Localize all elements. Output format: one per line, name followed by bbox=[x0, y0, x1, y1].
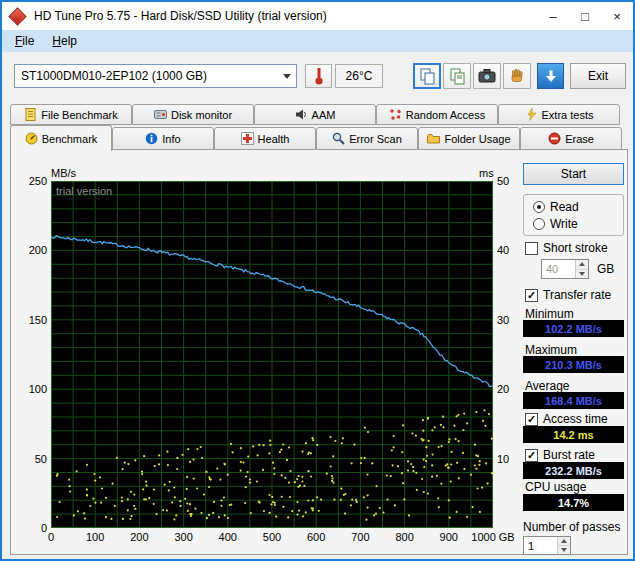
cpu-usage-value: 14.7% bbox=[523, 494, 624, 511]
tab-label: Erase bbox=[565, 133, 594, 145]
screenshot-button[interactable] bbox=[473, 63, 501, 89]
drive-select[interactable]: ST1000DM010-2EP102 (1000 GB) bbox=[14, 64, 297, 88]
random-access-icon bbox=[389, 108, 402, 121]
save-results-button[interactable] bbox=[537, 63, 564, 89]
tab-error-scan[interactable]: Error Scan bbox=[316, 127, 418, 150]
x-axis-tick: 100 bbox=[70, 531, 120, 543]
maximum-label: Maximum bbox=[525, 343, 577, 357]
y-axis-tick-right: 50 bbox=[497, 175, 527, 187]
title-bar: HD Tune Pro 5.75 - Hard Disk/SSD Utility… bbox=[2, 2, 633, 30]
tab-health[interactable]: Health bbox=[214, 127, 316, 150]
y-axis-tick-right: 40 bbox=[497, 244, 527, 256]
magnifier-icon bbox=[332, 132, 345, 145]
x-axis-tick: 0 bbox=[26, 531, 76, 543]
short-stroke-size-input[interactable]: 40 bbox=[541, 259, 589, 279]
access-time-checkbox[interactable]: ✓ Access time bbox=[525, 412, 608, 426]
number-of-passes-value: 1 bbox=[524, 537, 557, 554]
burst-rate-checkbox[interactable]: ✓ Burst rate bbox=[525, 448, 595, 462]
benchmark-icon bbox=[25, 132, 38, 145]
spinner-buttons bbox=[575, 260, 588, 278]
transfer-rate-checkbox[interactable]: ✓ Transfer rate bbox=[525, 288, 611, 302]
x-axis-tick: 200 bbox=[114, 531, 164, 543]
y-axis-tick-left: 150 bbox=[13, 314, 47, 326]
extra-tests-icon bbox=[525, 108, 538, 121]
drive-select-value: ST1000DM010-2EP102 (1000 GB) bbox=[15, 69, 278, 83]
x-axis-tick: 300 bbox=[159, 531, 209, 543]
exit-button[interactable]: Exit bbox=[570, 63, 626, 89]
x-axis-tick: 600 bbox=[291, 531, 341, 543]
y-axis-tick-left: 200 bbox=[13, 244, 47, 256]
radio-icon bbox=[533, 218, 545, 230]
capacity-unit-label: GB bbox=[597, 262, 614, 276]
access-time-value: 14.2 ms bbox=[523, 426, 624, 443]
tab-info[interactable]: Info bbox=[112, 127, 214, 150]
window-title: HD Tune Pro 5.75 - Hard Disk/SSD Utility… bbox=[34, 9, 327, 23]
short-stroke-label: Short stroke bbox=[543, 241, 608, 255]
minimum-label: Minimum bbox=[525, 307, 574, 321]
y-axis-tick-left: 50 bbox=[13, 453, 47, 465]
tab-label: Disk monitor bbox=[171, 109, 232, 121]
minimum-value: 102.2 MB/s bbox=[523, 320, 624, 337]
tab-random-access[interactable]: Random Access bbox=[376, 104, 498, 125]
spin-down-icon[interactable] bbox=[576, 270, 588, 279]
tab-label: Health bbox=[258, 133, 290, 145]
maximum-value: 210.3 MB/s bbox=[523, 356, 624, 373]
hand-icon bbox=[509, 68, 525, 84]
write-radio[interactable]: Write bbox=[533, 217, 578, 231]
chevron-down-icon bbox=[278, 74, 296, 79]
minimize-button[interactable]: – bbox=[537, 2, 569, 30]
spin-up-icon[interactable] bbox=[558, 537, 570, 546]
menu-file[interactable]: File bbox=[6, 31, 43, 51]
tab-erase[interactable]: Erase bbox=[520, 127, 622, 150]
checkbox-checked-icon: ✓ bbox=[525, 289, 538, 302]
temperature-button[interactable] bbox=[305, 64, 332, 88]
start-button[interactable]: Start bbox=[523, 163, 624, 185]
y-axis-tick-left: 100 bbox=[13, 383, 47, 395]
x-axis-tick: 400 bbox=[203, 531, 253, 543]
x-axis-tick: 1000 GB bbox=[468, 531, 518, 543]
tab-disk-monitor[interactable]: Disk monitor bbox=[132, 104, 254, 125]
tab-label: Error Scan bbox=[349, 133, 402, 145]
spin-down-icon[interactable] bbox=[558, 546, 570, 554]
y-axis-tick-right: 30 bbox=[497, 314, 527, 326]
x-axis-tick: 500 bbox=[247, 531, 297, 543]
tab-label: Folder Usage bbox=[444, 133, 510, 145]
x-axis-tick: 700 bbox=[335, 531, 385, 543]
temperature-value: 26°C bbox=[335, 64, 383, 88]
health-cross-icon bbox=[241, 132, 254, 145]
menu-help[interactable]: Help bbox=[43, 31, 86, 51]
spinner-buttons bbox=[557, 537, 570, 554]
average-label: Average bbox=[525, 379, 569, 393]
y-axis-tick-right: 10 bbox=[497, 453, 527, 465]
speaker-icon bbox=[295, 108, 308, 121]
tab-label: File Benchmark bbox=[41, 109, 117, 121]
spin-up-icon[interactable] bbox=[576, 260, 588, 270]
read-radio[interactable]: Read bbox=[533, 200, 579, 214]
maximize-button[interactable]: □ bbox=[569, 2, 601, 30]
tab-label: Extra tests bbox=[542, 109, 594, 121]
copy-screenshot-button[interactable] bbox=[413, 63, 441, 89]
disk-monitor-icon bbox=[154, 108, 167, 121]
right-axis-unit: ms bbox=[479, 167, 494, 179]
tab-folder-usage[interactable]: Folder Usage bbox=[418, 127, 520, 150]
read-label: Read bbox=[550, 200, 579, 214]
camera-icon bbox=[478, 68, 496, 84]
thermometer-icon bbox=[313, 66, 325, 86]
annotate-button[interactable] bbox=[503, 63, 531, 89]
close-button[interactable]: × bbox=[601, 2, 633, 30]
tab-file-benchmark[interactable]: File Benchmark bbox=[10, 104, 132, 125]
radio-selected-icon bbox=[533, 201, 545, 213]
burst-rate-value: 232.2 MB/s bbox=[523, 462, 624, 479]
y-axis-tick-right: 20 bbox=[497, 383, 527, 395]
tab-aam[interactable]: AAM bbox=[254, 104, 376, 125]
tab-extra-tests[interactable]: Extra tests bbox=[498, 104, 620, 125]
copy-pages-alt-icon bbox=[449, 68, 466, 85]
number-of-passes-input[interactable]: 1 bbox=[523, 536, 571, 555]
tab-benchmark[interactable]: Benchmark bbox=[10, 125, 112, 151]
copy-text-button[interactable] bbox=[443, 63, 471, 89]
access-time-label: Access time bbox=[543, 412, 608, 426]
burst-rate-label: Burst rate bbox=[543, 448, 595, 462]
number-of-passes-label: Number of passes bbox=[523, 520, 620, 534]
short-stroke-checkbox[interactable]: Short stroke bbox=[525, 241, 608, 255]
tab-label: Info bbox=[162, 133, 180, 145]
